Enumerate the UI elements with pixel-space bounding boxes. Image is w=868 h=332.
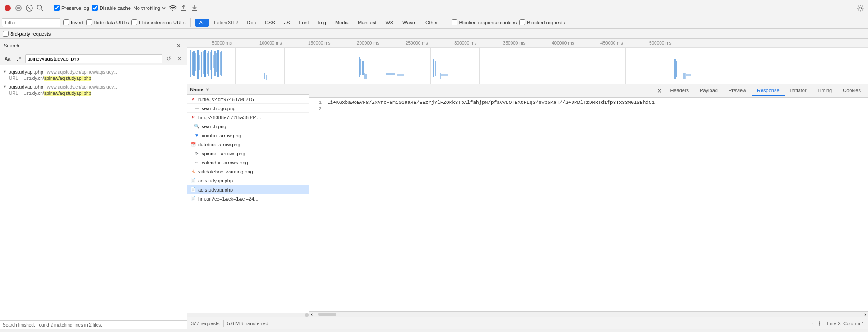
svg-rect-29 [360,59,361,75]
list-item[interactable]: 📅 datebox_arrow.png [187,140,309,149]
svg-point-6 [859,7,862,9]
item-name: search.png [202,124,226,129]
svg-rect-10 [195,53,196,71]
list-item[interactable]: ▼ combo_arrow.png [187,131,309,140]
preserve-log-checkbox[interactable] [54,5,60,11]
search-result-match-2[interactable]: URL ...study.cn/apinew/aqistudyapi.php [0,90,187,96]
filter-input[interactable] [2,18,60,27]
list-item[interactable]: — searchlogo.png [187,104,309,113]
collapse-arrow-1: ▼ [3,70,7,74]
hide-extension-urls-group: Hide extension URLs [131,19,185,25]
hscroll-left[interactable]: ‹ [309,312,314,317]
third-party-checkbox[interactable] [3,31,9,37]
export-har-button[interactable] [190,4,199,12]
search-text-input[interactable] [25,54,162,63]
tab-other[interactable]: Other [421,19,442,27]
line-num-1: 1 [309,100,327,105]
hscroll-right[interactable]: › [863,312,868,317]
network-conditions-button[interactable] [169,4,177,12]
list-item[interactable]: 📄 aqistudyapi.php [187,176,309,185]
tab-headers[interactable]: Headers [665,86,695,96]
list-item[interactable]: ✕ hm.js?6088e7f72f5a36344... [187,113,309,122]
tab-media[interactable]: Media [331,19,353,27]
dash-icon: — [194,105,200,112]
tab-initiator[interactable]: Initiator [785,86,812,96]
search-result-match-1[interactable]: URL ...study.cn/apinew/aqistudyapi.php [0,75,187,81]
magnify-icon: 🔍 [194,123,200,130]
tab-js[interactable]: JS [280,19,294,27]
svg-rect-22 [216,53,217,72]
hide-data-urls-label[interactable]: Hide data URLs [94,20,129,25]
disable-cache-label[interactable]: Disable cache [100,5,131,11]
svg-rect-4 [181,10,186,11]
time-150k: 150000 ms [308,41,330,46]
svg-rect-34 [397,74,404,76]
name-list-header: Name [187,84,309,95]
settings-button[interactable] [856,4,864,12]
details-close-button[interactable]: ✕ [654,85,665,96]
hide-extension-urls-checkbox[interactable] [131,19,137,25]
hide-extension-urls-label[interactable]: Hide extension URLs [139,20,185,25]
type-filter-tabs: All Fetch/XHR Doc CSS JS Font Img Media … [195,19,442,27]
name-list-vscroll[interactable] [187,313,309,317]
blocked-cookies-checkbox[interactable] [452,19,457,25]
list-item[interactable]: ⟳ spinner_arrows.png [187,149,309,158]
tab-payload[interactable]: Payload [694,86,723,96]
item-name: combo_arrow.png [202,133,241,138]
blocked-requests-checkbox[interactable] [519,19,525,25]
tab-ws[interactable]: WS [381,19,397,27]
tab-css[interactable]: CSS [261,19,279,27]
tab-font[interactable]: Font [295,19,313,27]
list-item[interactable]: ✕ ruffle.js?id=97468790215 [187,95,309,104]
regex-button[interactable]: .* [14,56,23,62]
list-item[interactable]: 📄 aqistudyapi.php [187,185,309,194]
hscroll-thumb[interactable] [318,313,336,316]
json-format-icon[interactable]: { } [811,320,821,327]
list-item[interactable]: 🔍 search.png [187,122,309,131]
record-button[interactable] [4,4,12,12]
tab-all[interactable]: All [195,19,209,27]
clear-search-button[interactable]: ✕ [175,54,184,63]
tab-timing[interactable]: Timing [812,86,838,96]
waterfall-svg [187,48,868,84]
tab-wasm[interactable]: Wasm [398,19,420,27]
clear-button[interactable] [25,4,33,12]
list-item[interactable]: 📄 hm.gif?cc=1&ck=1&cl=24... [187,194,309,203]
search-close-button[interactable]: ✕ [174,41,183,50]
tab-manifest[interactable]: Manifest [354,19,381,27]
list-item[interactable]: ··· calendar_arrows.png [187,158,309,167]
preserve-log-label[interactable]: Preserve log [61,5,89,11]
tab-response[interactable]: Response [752,86,785,96]
import-har-button[interactable] [180,4,188,12]
time-500k: 500000 ms [649,41,671,46]
tab-img[interactable]: Img [314,19,330,27]
invert-checkbox[interactable] [63,19,69,25]
search-result-file-2[interactable]: ▼ aqistudyapi.php www.aqistudy.cn/apinew… [0,83,187,90]
tab-cookies[interactable]: Cookies [837,86,866,96]
search-input-bar: Aa .* ↺ ✕ [0,52,187,65]
blocked-cookies-label[interactable]: Blocked response cookies [459,20,517,25]
third-party-label[interactable]: 3rd-party requests [10,31,51,37]
svg-rect-35 [433,59,434,77]
blocked-requests-group: Blocked requests [519,19,565,25]
hide-data-urls-checkbox[interactable] [86,19,92,25]
vscroll-thumb[interactable] [305,313,309,317]
invert-label[interactable]: Invert [71,20,83,25]
list-item[interactable]: ⚠ validatebox_warning.png [187,167,309,176]
svg-rect-37 [440,73,441,79]
throttle-dropdown[interactable]: No throttling [134,5,166,11]
search-result-file-1[interactable]: ▼ aqistudyapi.php www.aqistudy.cn/apinew… [0,68,187,75]
stop-button[interactable] [14,4,23,12]
blocked-requests-label[interactable]: Blocked requests [527,20,565,25]
search-toggle-button[interactable] [36,4,44,12]
case-sensitive-button[interactable]: Aa [3,55,12,62]
details-hscroll[interactable]: ‹ › [309,311,868,317]
tab-doc[interactable]: Doc [243,19,260,27]
disable-cache-checkbox[interactable] [92,5,98,11]
svg-rect-38 [441,74,448,76]
tab-fetch-xhr[interactable]: Fetch/XHR [210,19,242,27]
item-name: validatebox_warning.png [198,169,253,174]
refresh-search-button[interactable]: ↺ [164,54,173,63]
tab-preview[interactable]: Preview [723,86,752,96]
line-content-2 [327,106,868,112]
